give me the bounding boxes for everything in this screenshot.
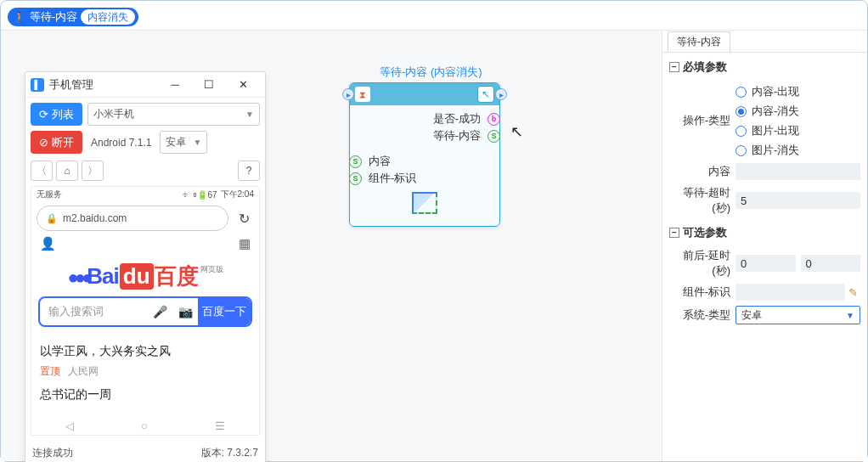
hourglass-icon: ⧗ <box>355 87 370 102</box>
baidu-logo: ●●● Bai du 百度 网页版 <box>31 258 259 296</box>
collapse-toggle[interactable]: − <box>669 62 679 72</box>
url-text: m2.baidu.com <box>63 212 127 224</box>
workflow-node[interactable]: ▸ ▸ ⧗ ↖ 是否-成功 b 等待-内容 S <box>349 82 500 227</box>
radio-option[interactable]: 图片-消失 <box>736 143 860 158</box>
minimize-button[interactable]: ─ <box>158 73 192 97</box>
system-type-label: 系统-类型 <box>669 307 736 323</box>
radio-label: 图片-出现 <box>752 123 799 138</box>
radio-label: 图片-消失 <box>752 143 799 158</box>
search-button[interactable]: 百度一下 <box>198 298 251 325</box>
nav-home-icon[interactable]: ○ <box>141 420 148 432</box>
radio-icon <box>736 106 747 117</box>
signal-icon: ᯤ ▯ <box>183 190 198 200</box>
radio-icon <box>736 126 747 137</box>
radio-icon <box>736 145 747 156</box>
battery-icon: 🔋 <box>197 190 207 200</box>
nav-back-icon[interactable]: ◁ <box>65 420 74 432</box>
node-title: 等待-内容 (内容消失) <box>349 65 500 82</box>
in-content-label: 内容 <box>369 154 391 169</box>
disconnect-button[interactable]: ⊘ 断开 <box>31 131 82 154</box>
operation-type-label: 操作-类型 <box>669 113 736 128</box>
lock-icon: 🔒 <box>46 213 58 224</box>
reload-button[interactable]: ↻ <box>234 211 254 227</box>
phone-icon: ▌ <box>31 78 44 92</box>
feed-item-2[interactable]: 总书记的一周 <box>40 386 251 408</box>
in-port-component[interactable]: S <box>349 172 362 185</box>
node-type-badge: 🚶 等待-内容 内容消失 <box>8 8 138 26</box>
service-status: 无服务 <box>37 189 183 200</box>
radio-label: 内容-消失 <box>752 104 799 119</box>
nav-recent-icon[interactable]: ☰ <box>215 420 225 432</box>
device-select[interactable]: 小米手机 ▼ <box>87 103 260 126</box>
feed-item-1[interactable]: 以学正风，大兴务实之风 <box>40 341 251 363</box>
out-port-bool[interactable]: b <box>488 113 500 126</box>
selection-icon <box>412 192 437 214</box>
voice-icon[interactable]: 🎤 <box>147 298 172 325</box>
radio-option[interactable]: 图片-出现 <box>736 123 860 138</box>
radio-option[interactable]: 内容-出现 <box>736 84 860 99</box>
list-label: 列表 <box>52 107 74 122</box>
window-title: 手机管理 <box>49 77 158 93</box>
flow-in-port[interactable]: ▸ <box>342 88 354 100</box>
disconnect-label: 断开 <box>52 135 74 150</box>
required-section-title: 必填参数 <box>683 59 727 75</box>
component-id-label: 组件-标识 <box>669 285 736 300</box>
radio-icon <box>736 87 747 98</box>
edit-icon[interactable]: ✎ <box>845 286 860 299</box>
list-button[interactable]: ⟳ 列表 <box>31 103 82 126</box>
component-id-input[interactable] <box>736 284 845 301</box>
chevron-down-icon: ▼ <box>245 110 254 119</box>
delay-after-input[interactable]: 0 <box>801 255 861 272</box>
in-component-label: 组件-标识 <box>369 171 416 186</box>
radio-option[interactable]: 内容-消失 <box>736 104 860 119</box>
refresh-icon: ⟳ <box>39 108 48 121</box>
panel-tab[interactable]: 等待-内容 <box>668 31 730 52</box>
phone-screen: 无服务 ᯤ ▯ 🔋 67 下午2:04 🔒 m2.baidu.com ↻ <box>31 186 260 436</box>
address-bar[interactable]: 🔒 m2.baidu.com <box>37 206 228 231</box>
radio-label: 内容-出现 <box>752 84 799 99</box>
content-input[interactable] <box>736 163 860 180</box>
search-input[interactable]: 输入搜索词 <box>40 298 147 325</box>
camera-icon[interactable]: 📷 <box>172 298 198 325</box>
out-port-string[interactable]: S <box>488 130 500 143</box>
platform-value: 安卓 <box>166 135 186 149</box>
cursor-select-icon[interactable]: ↖ <box>477 86 494 103</box>
optional-section-title: 可选参数 <box>683 225 727 240</box>
walk-icon: 🚶 <box>13 11 26 24</box>
delay-label: 前后-延时(秒) <box>669 248 736 279</box>
back-button[interactable]: 〈 <box>31 161 53 181</box>
paw-icon: ●●● <box>67 267 88 289</box>
device-value: 小米手机 <box>93 107 134 121</box>
system-type-value: 安卓 <box>741 308 762 323</box>
close-button[interactable]: ✕ <box>226 73 260 97</box>
in-port-content[interactable]: S <box>349 155 362 168</box>
cursor-icon: ↖ <box>510 122 523 141</box>
maximize-button[interactable]: ☐ <box>192 73 226 97</box>
battery-level: 67 <box>207 190 217 200</box>
version-label: 版本: 7.3.2.7 <box>201 446 258 460</box>
properties-panel: 等待-内容 − 必填参数 操作-类型 内容-出现内容-消失图片-出现图片-消失 … <box>662 30 867 461</box>
user-icon[interactable]: 👤 <box>40 236 56 251</box>
help-button[interactable]: ? <box>238 161 260 181</box>
connection-status: 连接成功 <box>32 446 73 460</box>
timeout-label: 等待-超时(秒) <box>669 185 736 216</box>
timeout-input[interactable]: 5 <box>736 192 860 209</box>
grid-icon[interactable]: ▦ <box>239 236 251 251</box>
forbid-icon: ⊘ <box>39 136 48 149</box>
forward-button[interactable]: 〉 <box>82 161 104 181</box>
collapse-toggle[interactable]: − <box>669 228 679 238</box>
workflow-canvas[interactable]: ▌ 手机管理 ─ ☐ ✕ ⟳ 列表 小米手机 ▼ <box>1 30 662 461</box>
platform-select[interactable]: 安卓 ▼ <box>160 131 207 154</box>
out-wait-label: 等待-内容 <box>433 128 481 144</box>
badge-sub: 内容消失 <box>81 9 135 25</box>
content-label: 内容 <box>669 164 736 179</box>
out-success-label: 是否-成功 <box>433 111 481 127</box>
search-box[interactable]: 输入搜索词 🎤 📷 百度一下 <box>38 296 252 327</box>
feed-source: 人民网 <box>68 365 99 377</box>
delay-before-input[interactable]: 0 <box>736 255 796 272</box>
flow-out-port[interactable]: ▸ <box>495 88 507 100</box>
pin-label: 置顶 <box>40 365 60 377</box>
system-type-select[interactable]: 安卓 ▼ <box>736 306 860 324</box>
home-button[interactable]: ⌂ <box>56 161 78 181</box>
os-text: Android 7.1.1 <box>87 137 155 149</box>
